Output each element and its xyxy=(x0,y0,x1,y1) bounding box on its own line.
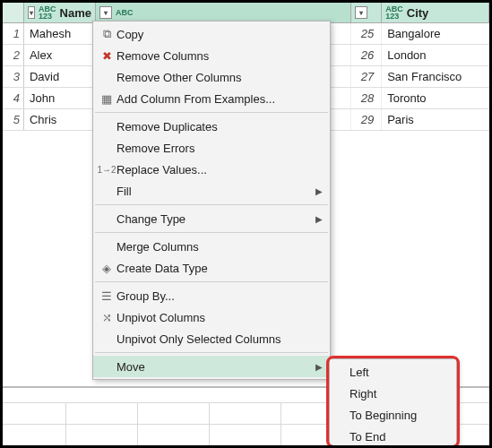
cell-name[interactable]: Alex xyxy=(24,45,96,65)
submenu-arrow-icon: ▶ xyxy=(315,362,323,372)
cell-age[interactable]: 29 xyxy=(351,109,382,130)
row-number: 2 xyxy=(3,45,24,65)
group-icon: ☰ xyxy=(97,289,117,303)
column-header-label: Name xyxy=(60,6,91,20)
column-header-city[interactable]: ABC123 City xyxy=(382,3,489,22)
column-header-label: City xyxy=(407,6,429,20)
datatype-icon: ABC123 xyxy=(39,5,56,20)
cell-city[interactable]: Bangalore xyxy=(382,23,489,44)
cell-city[interactable]: Paris xyxy=(382,109,489,130)
data-type-icon: ◈ xyxy=(97,262,117,275)
menu-item-unpivot-columns[interactable]: ⤭ Unpivot Columns xyxy=(93,306,330,328)
menu-item-remove-errors[interactable]: Remove Errors xyxy=(93,137,330,159)
menu-separator xyxy=(95,204,328,205)
menu-item-replace-values[interactable]: 1→2 Replace Values... xyxy=(93,159,330,180)
cell-age[interactable]: 27 xyxy=(351,66,382,87)
cell-name[interactable]: David xyxy=(24,66,96,87)
column-header-age[interactable]: ▾ xyxy=(351,3,382,22)
add-column-icon: ▦ xyxy=(97,92,117,106)
cell-city[interactable]: Toronto xyxy=(382,88,489,108)
cell-city[interactable]: London xyxy=(382,45,489,65)
column-header-name[interactable]: ▾ ABC123 Name xyxy=(24,3,96,22)
menu-separator xyxy=(95,232,328,233)
row-number: 3 xyxy=(3,66,24,87)
submenu-arrow-icon: ▶ xyxy=(315,186,323,196)
filter-dropdown-icon[interactable]: ▾ xyxy=(355,6,367,19)
cell-name[interactable]: Mahesh xyxy=(24,23,96,44)
menu-separator xyxy=(95,112,328,113)
submenu-item-left[interactable]: Left xyxy=(330,361,456,383)
menu-item-move[interactable]: Move ▶ xyxy=(93,356,330,377)
remove-icon: ✖ xyxy=(97,49,117,63)
menu-item-unpivot-only-selected[interactable]: Unpivot Only Selected Columns xyxy=(93,328,330,349)
menu-item-add-column-from-examples[interactable]: ▦ Add Column From Examples... xyxy=(93,88,330,109)
cell-age[interactable]: 25 xyxy=(351,23,382,44)
menu-item-fill[interactable]: Fill ▶ xyxy=(93,180,330,202)
column-header-middle[interactable]: ▾ ABC xyxy=(96,3,351,22)
menu-item-remove-other-columns[interactable]: Remove Other Columns xyxy=(93,66,330,88)
replace-icon: 1→2 xyxy=(97,165,117,175)
submenu-item-to-beginning[interactable]: To Beginning xyxy=(330,404,456,426)
menu-item-remove-duplicates[interactable]: Remove Duplicates xyxy=(93,116,330,137)
row-number: 1 xyxy=(3,23,24,44)
row-number: 5 xyxy=(3,109,24,130)
filter-dropdown-icon[interactable]: ▾ xyxy=(28,6,35,19)
cell-name[interactable]: Chris xyxy=(24,109,96,130)
copy-icon: ⧉ xyxy=(97,27,117,41)
menu-separator xyxy=(95,281,328,282)
menu-item-group-by[interactable]: ☰ Group By... xyxy=(93,285,330,306)
row-number-header xyxy=(3,3,24,22)
datatype-icon: ABC xyxy=(116,9,134,16)
submenu-arrow-icon: ▶ xyxy=(315,214,323,224)
cell-name[interactable]: John xyxy=(24,88,96,108)
menu-item-create-data-type[interactable]: ◈ Create Data Type xyxy=(93,257,330,279)
cell-city[interactable]: San Francisco xyxy=(382,66,489,87)
unpivot-icon: ⤭ xyxy=(97,311,117,324)
submenu-item-right[interactable]: Right xyxy=(330,383,456,404)
menu-item-merge-columns[interactable]: Merge Columns xyxy=(93,236,330,257)
menu-item-remove-columns[interactable]: ✖ Remove Columns xyxy=(93,45,330,66)
cell-age[interactable]: 26 xyxy=(351,45,382,65)
submenu-item-to-end[interactable]: To End xyxy=(330,426,456,447)
datatype-icon: ABC123 xyxy=(385,5,403,20)
menu-item-change-type[interactable]: Change Type ▶ xyxy=(93,208,330,229)
menu-item-copy[interactable]: ⧉ Copy xyxy=(93,23,330,45)
cell-age[interactable]: 28 xyxy=(351,88,382,108)
row-number: 4 xyxy=(3,88,24,108)
context-menu: ⧉ Copy ✖ Remove Columns Remove Other Col… xyxy=(92,21,331,380)
move-submenu: Left Right To Beginning To End xyxy=(329,358,457,448)
filter-dropdown-icon[interactable]: ▾ xyxy=(99,6,112,19)
menu-separator xyxy=(95,352,328,353)
